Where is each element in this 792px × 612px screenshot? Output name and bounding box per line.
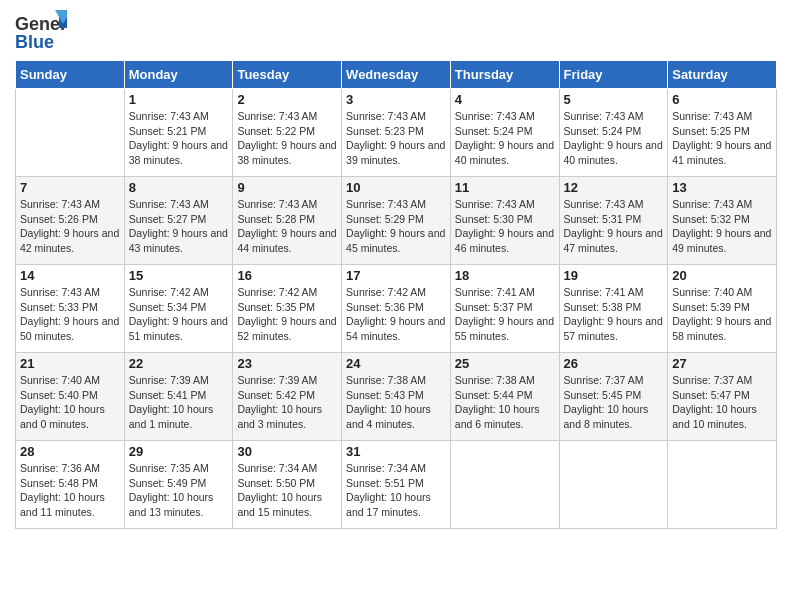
day-of-week-header: Wednesday: [342, 61, 451, 89]
logo: General Blue: [15, 10, 67, 54]
day-info: Sunrise: 7:41 AMSunset: 5:37 PMDaylight:…: [455, 285, 555, 344]
day-of-week-header: Tuesday: [233, 61, 342, 89]
calendar-header-row: SundayMondayTuesdayWednesdayThursdayFrid…: [16, 61, 777, 89]
day-number: 14: [20, 268, 120, 283]
calendar-cell: 12Sunrise: 7:43 AMSunset: 5:31 PMDayligh…: [559, 177, 668, 265]
calendar-cell: 20Sunrise: 7:40 AMSunset: 5:39 PMDayligh…: [668, 265, 777, 353]
calendar-cell: 24Sunrise: 7:38 AMSunset: 5:43 PMDayligh…: [342, 353, 451, 441]
day-info: Sunrise: 7:43 AMSunset: 5:28 PMDaylight:…: [237, 197, 337, 256]
day-number: 21: [20, 356, 120, 371]
calendar-cell: 17Sunrise: 7:42 AMSunset: 5:36 PMDayligh…: [342, 265, 451, 353]
day-info: Sunrise: 7:42 AMSunset: 5:35 PMDaylight:…: [237, 285, 337, 344]
day-info: Sunrise: 7:43 AMSunset: 5:24 PMDaylight:…: [564, 109, 664, 168]
calendar-table: SundayMondayTuesdayWednesdayThursdayFrid…: [15, 60, 777, 529]
calendar-cell: 11Sunrise: 7:43 AMSunset: 5:30 PMDayligh…: [450, 177, 559, 265]
calendar-cell: 13Sunrise: 7:43 AMSunset: 5:32 PMDayligh…: [668, 177, 777, 265]
calendar-cell: 8Sunrise: 7:43 AMSunset: 5:27 PMDaylight…: [124, 177, 233, 265]
day-number: 15: [129, 268, 229, 283]
calendar-week-row: 7Sunrise: 7:43 AMSunset: 5:26 PMDaylight…: [16, 177, 777, 265]
calendar-cell: [559, 441, 668, 529]
day-info: Sunrise: 7:43 AMSunset: 5:24 PMDaylight:…: [455, 109, 555, 168]
calendar-cell: 5Sunrise: 7:43 AMSunset: 5:24 PMDaylight…: [559, 89, 668, 177]
day-info: Sunrise: 7:36 AMSunset: 5:48 PMDaylight:…: [20, 461, 120, 520]
day-info: Sunrise: 7:34 AMSunset: 5:50 PMDaylight:…: [237, 461, 337, 520]
day-number: 1: [129, 92, 229, 107]
day-number: 9: [237, 180, 337, 195]
day-info: Sunrise: 7:42 AMSunset: 5:34 PMDaylight:…: [129, 285, 229, 344]
day-info: Sunrise: 7:37 AMSunset: 5:47 PMDaylight:…: [672, 373, 772, 432]
day-number: 10: [346, 180, 446, 195]
day-number: 7: [20, 180, 120, 195]
calendar-cell: 1Sunrise: 7:43 AMSunset: 5:21 PMDaylight…: [124, 89, 233, 177]
calendar-cell: [450, 441, 559, 529]
day-number: 31: [346, 444, 446, 459]
day-number: 16: [237, 268, 337, 283]
day-info: Sunrise: 7:43 AMSunset: 5:26 PMDaylight:…: [20, 197, 120, 256]
day-of-week-header: Thursday: [450, 61, 559, 89]
calendar-cell: 25Sunrise: 7:38 AMSunset: 5:44 PMDayligh…: [450, 353, 559, 441]
calendar-cell: 18Sunrise: 7:41 AMSunset: 5:37 PMDayligh…: [450, 265, 559, 353]
day-number: 18: [455, 268, 555, 283]
day-info: Sunrise: 7:43 AMSunset: 5:31 PMDaylight:…: [564, 197, 664, 256]
day-info: Sunrise: 7:40 AMSunset: 5:39 PMDaylight:…: [672, 285, 772, 344]
calendar-cell: 3Sunrise: 7:43 AMSunset: 5:23 PMDaylight…: [342, 89, 451, 177]
day-number: 5: [564, 92, 664, 107]
day-number: 30: [237, 444, 337, 459]
day-info: Sunrise: 7:38 AMSunset: 5:44 PMDaylight:…: [455, 373, 555, 432]
day-info: Sunrise: 7:43 AMSunset: 5:21 PMDaylight:…: [129, 109, 229, 168]
day-number: 19: [564, 268, 664, 283]
day-info: Sunrise: 7:43 AMSunset: 5:27 PMDaylight:…: [129, 197, 229, 256]
header: General Blue: [15, 10, 777, 54]
calendar-cell: 2Sunrise: 7:43 AMSunset: 5:22 PMDaylight…: [233, 89, 342, 177]
calendar-cell: 21Sunrise: 7:40 AMSunset: 5:40 PMDayligh…: [16, 353, 125, 441]
logo-icon: General Blue: [15, 10, 67, 54]
day-number: 27: [672, 356, 772, 371]
day-of-week-header: Friday: [559, 61, 668, 89]
calendar-week-row: 28Sunrise: 7:36 AMSunset: 5:48 PMDayligh…: [16, 441, 777, 529]
calendar-cell: 4Sunrise: 7:43 AMSunset: 5:24 PMDaylight…: [450, 89, 559, 177]
calendar-week-row: 1Sunrise: 7:43 AMSunset: 5:21 PMDaylight…: [16, 89, 777, 177]
calendar-cell: 22Sunrise: 7:39 AMSunset: 5:41 PMDayligh…: [124, 353, 233, 441]
day-info: Sunrise: 7:43 AMSunset: 5:32 PMDaylight:…: [672, 197, 772, 256]
calendar-cell: 10Sunrise: 7:43 AMSunset: 5:29 PMDayligh…: [342, 177, 451, 265]
calendar-cell: 30Sunrise: 7:34 AMSunset: 5:50 PMDayligh…: [233, 441, 342, 529]
day-info: Sunrise: 7:43 AMSunset: 5:33 PMDaylight:…: [20, 285, 120, 344]
day-number: 13: [672, 180, 772, 195]
day-number: 28: [20, 444, 120, 459]
day-info: Sunrise: 7:37 AMSunset: 5:45 PMDaylight:…: [564, 373, 664, 432]
day-number: 29: [129, 444, 229, 459]
calendar-cell: 26Sunrise: 7:37 AMSunset: 5:45 PMDayligh…: [559, 353, 668, 441]
day-info: Sunrise: 7:43 AMSunset: 5:30 PMDaylight:…: [455, 197, 555, 256]
svg-text:Blue: Blue: [15, 32, 54, 52]
calendar-cell: 15Sunrise: 7:42 AMSunset: 5:34 PMDayligh…: [124, 265, 233, 353]
day-info: Sunrise: 7:35 AMSunset: 5:49 PMDaylight:…: [129, 461, 229, 520]
day-number: 20: [672, 268, 772, 283]
day-number: 4: [455, 92, 555, 107]
day-number: 22: [129, 356, 229, 371]
day-info: Sunrise: 7:38 AMSunset: 5:43 PMDaylight:…: [346, 373, 446, 432]
day-number: 12: [564, 180, 664, 195]
day-number: 6: [672, 92, 772, 107]
day-info: Sunrise: 7:43 AMSunset: 5:25 PMDaylight:…: [672, 109, 772, 168]
calendar-cell: 9Sunrise: 7:43 AMSunset: 5:28 PMDaylight…: [233, 177, 342, 265]
calendar-cell: 6Sunrise: 7:43 AMSunset: 5:25 PMDaylight…: [668, 89, 777, 177]
day-info: Sunrise: 7:43 AMSunset: 5:22 PMDaylight:…: [237, 109, 337, 168]
day-of-week-header: Monday: [124, 61, 233, 89]
day-number: 3: [346, 92, 446, 107]
calendar-cell: 31Sunrise: 7:34 AMSunset: 5:51 PMDayligh…: [342, 441, 451, 529]
day-info: Sunrise: 7:43 AMSunset: 5:29 PMDaylight:…: [346, 197, 446, 256]
day-info: Sunrise: 7:39 AMSunset: 5:42 PMDaylight:…: [237, 373, 337, 432]
day-info: Sunrise: 7:40 AMSunset: 5:40 PMDaylight:…: [20, 373, 120, 432]
day-number: 23: [237, 356, 337, 371]
calendar-cell: 19Sunrise: 7:41 AMSunset: 5:38 PMDayligh…: [559, 265, 668, 353]
calendar-week-row: 14Sunrise: 7:43 AMSunset: 5:33 PMDayligh…: [16, 265, 777, 353]
day-number: 11: [455, 180, 555, 195]
day-number: 26: [564, 356, 664, 371]
calendar-cell: 7Sunrise: 7:43 AMSunset: 5:26 PMDaylight…: [16, 177, 125, 265]
day-info: Sunrise: 7:34 AMSunset: 5:51 PMDaylight:…: [346, 461, 446, 520]
calendar-cell: 28Sunrise: 7:36 AMSunset: 5:48 PMDayligh…: [16, 441, 125, 529]
day-number: 24: [346, 356, 446, 371]
calendar-cell: [16, 89, 125, 177]
day-number: 17: [346, 268, 446, 283]
calendar-cell: 14Sunrise: 7:43 AMSunset: 5:33 PMDayligh…: [16, 265, 125, 353]
